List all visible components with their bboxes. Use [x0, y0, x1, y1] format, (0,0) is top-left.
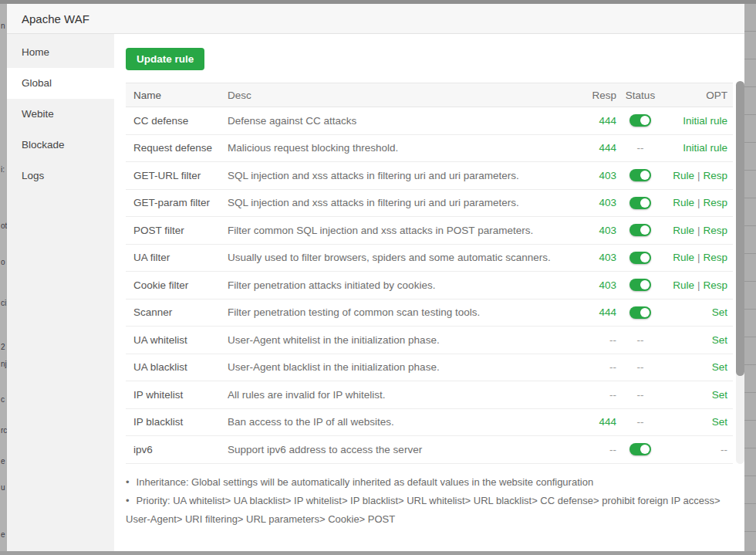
- status-empty: --: [637, 142, 644, 154]
- status-cell: --: [616, 416, 664, 428]
- rule-link[interactable]: Rule: [673, 279, 694, 291]
- background-text-fragment: nj: [1, 360, 7, 368]
- status-toggle-on[interactable]: [629, 279, 651, 291]
- rule-description: Ban access to the IP of all websites.: [228, 416, 582, 428]
- status-toggle-on[interactable]: [629, 252, 651, 264]
- set-link[interactable]: Set: [712, 389, 727, 401]
- opt-cell: Rule|Resp: [664, 252, 733, 263]
- status-toggle-on[interactable]: [629, 306, 651, 319]
- set-link[interactable]: Set: [712, 361, 727, 373]
- note-item: •Priority: UA whitelist> UA blacklist> I…: [126, 492, 733, 529]
- opt-cell: Set: [664, 389, 733, 401]
- status-cell: [616, 169, 664, 181]
- opt-cell: Rule|Resp: [664, 279, 733, 291]
- panel-body: HomeGlobalWebiteBlockadeLogs Update rule…: [7, 34, 744, 551]
- opt-link-separator: |: [694, 170, 704, 181]
- initial-rule-link[interactable]: Initial rule: [683, 142, 727, 154]
- table-row: IP whitelistAll rules are invalid for IP…: [126, 381, 733, 409]
- resp-link[interactable]: Resp: [703, 252, 727, 263]
- rule-name: GET-param filter: [126, 197, 228, 208]
- resp-link[interactable]: Resp: [703, 279, 727, 291]
- set-link[interactable]: Set: [712, 416, 727, 428]
- table-header-row: Name Desc Resp Status OPT: [126, 83, 733, 107]
- background-text-fragment: e: [1, 531, 5, 539]
- opt-link-separator: |: [694, 252, 704, 263]
- status-cell: [616, 443, 664, 455]
- opt-cell: Set: [664, 306, 733, 318]
- rule-description: Filter penetration attacks initiated by …: [228, 279, 582, 291]
- response-code: 444: [582, 142, 616, 154]
- app-title: Apache WAF: [22, 12, 89, 25]
- opt-cell: Set: [664, 361, 733, 373]
- status-toggle-on[interactable]: [629, 443, 651, 455]
- background-text-fragment: o: [1, 259, 5, 266]
- resp-link[interactable]: Resp: [703, 197, 727, 208]
- rule-description: User-Agent blacklist in the initializati…: [228, 361, 582, 373]
- opt-cell: Initial rule: [664, 142, 733, 154]
- response-code: 444: [582, 306, 616, 318]
- status-cell: --: [616, 389, 664, 401]
- background-text-fragment: ot: [1, 222, 7, 230]
- table-row: CC defenseDefense against CC attacks444I…: [126, 107, 733, 135]
- status-empty: --: [637, 334, 644, 346]
- response-code: 403: [582, 252, 616, 263]
- background-text-fragment: rc: [1, 427, 7, 435]
- sidebar-item-blockade[interactable]: Blockade: [7, 130, 114, 161]
- status-toggle-on[interactable]: [629, 197, 651, 209]
- table-row: IP blacklistBan access to the IP of all …: [126, 409, 733, 437]
- status-toggle-on[interactable]: [629, 114, 651, 127]
- response-code: --: [582, 444, 616, 455]
- set-link[interactable]: Set: [712, 306, 727, 318]
- sidebar-item-home[interactable]: Home: [7, 37, 114, 68]
- resp-link[interactable]: Resp: [703, 170, 727, 181]
- table-scrollbar-thumb[interactable]: [736, 81, 744, 376]
- rule-description: Usually used to filter browsers, spiders…: [228, 252, 582, 263]
- rule-description: Defense against CC attacks: [228, 115, 582, 127]
- table-row: Request defenseMalicious request blockin…: [126, 135, 733, 163]
- set-link[interactable]: Set: [712, 334, 727, 346]
- rule-name: CC defense: [126, 115, 228, 127]
- app-header: Apache WAF: [7, 4, 744, 34]
- initial-rule-link[interactable]: Initial rule: [683, 115, 727, 127]
- window-frame-bottom: [0, 551, 756, 555]
- opt-link-separator: |: [694, 197, 704, 208]
- status-cell: --: [616, 142, 664, 154]
- opt-cell: Set: [664, 416, 733, 428]
- background-page-edge-left: ni:otoci:2njcrceue: [0, 4, 7, 551]
- response-code: 403: [582, 279, 616, 291]
- table-scrollbar[interactable]: [736, 81, 744, 464]
- rule-name: IP blacklist: [126, 416, 228, 428]
- rule-description: Support ipv6 address to access the serve…: [228, 444, 582, 455]
- main-content: Update rule Name Desc Resp Status OPT CC…: [114, 34, 744, 551]
- sidebar-item-webite[interactable]: Webite: [7, 99, 114, 130]
- rule-name: GET-URL filter: [126, 170, 228, 181]
- note-text: Inheritance: Global settings will be aut…: [137, 476, 594, 488]
- update-rule-button[interactable]: Update rule: [126, 48, 204, 70]
- table-row: UA whitelistUser-Agent whitelist in the …: [126, 327, 733, 354]
- status-cell: --: [616, 361, 664, 373]
- rule-link[interactable]: Rule: [673, 170, 694, 181]
- background-page-edge-right: [744, 4, 756, 555]
- table-row: GET-URL filterSQL injection and xss atta…: [126, 162, 733, 190]
- column-header-status: Status: [616, 90, 664, 101]
- resp-link[interactable]: Resp: [703, 225, 727, 236]
- toggle-knob: [640, 280, 650, 289]
- toggle-knob: [640, 116, 650, 125]
- toggle-knob: [640, 171, 650, 180]
- rule-link[interactable]: Rule: [673, 197, 694, 208]
- status-toggle-on[interactable]: [629, 169, 651, 181]
- background-text-fragment: e: [1, 458, 5, 465]
- rule-link[interactable]: Rule: [673, 225, 694, 236]
- table-row: UA filterUsually used to filter browsers…: [126, 245, 733, 272]
- toggle-knob: [640, 445, 650, 454]
- rule-link[interactable]: Rule: [673, 252, 694, 263]
- sidebar-item-logs[interactable]: Logs: [7, 161, 114, 191]
- sidebar-item-global[interactable]: Global: [7, 68, 114, 99]
- rule-name: IP whitelist: [126, 389, 228, 401]
- toggle-knob: [640, 198, 650, 208]
- column-header-resp: Resp: [582, 90, 616, 101]
- table-row: ipv6Support ipv6 address to access the s…: [126, 436, 733, 464]
- status-toggle-on[interactable]: [629, 224, 651, 236]
- status-empty: --: [637, 389, 644, 401]
- opt-cell: Initial rule: [664, 115, 733, 127]
